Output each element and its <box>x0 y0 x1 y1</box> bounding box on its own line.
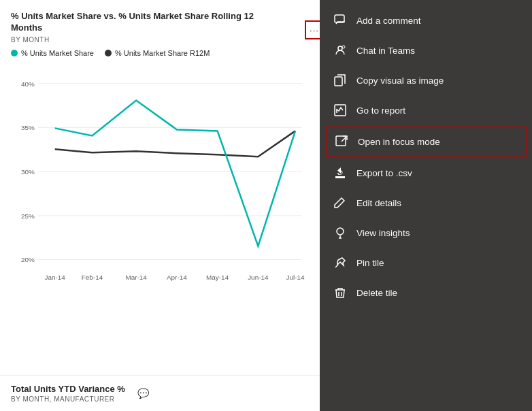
svg-text:Jul-14: Jul-14 <box>286 274 305 281</box>
svg-point-19 <box>342 46 345 48</box>
svg-text:Jan-14: Jan-14 <box>45 274 66 281</box>
chart-subtitle: BY MONTH <box>11 36 309 44</box>
svg-point-23 <box>337 228 344 235</box>
legend-item-2: % Units Market Share R12M <box>105 49 210 57</box>
menu-label-export-csv: Export to .csv <box>356 168 412 178</box>
svg-text:35%: 35% <box>21 124 35 131</box>
menu-label-add-comment: Add a comment <box>356 16 421 26</box>
ellipsis-icon: ··· <box>310 25 319 35</box>
menu-label-open-focus: Open in focus mode <box>358 137 440 147</box>
chat-teams-icon <box>333 44 347 57</box>
menu-item-chat-teams[interactable]: Chat in Teams <box>320 35 532 65</box>
view-insights-icon <box>333 226 347 240</box>
legend-item-1: % Units Market Share <box>11 49 94 57</box>
svg-rect-20 <box>335 77 342 86</box>
chart-container: % Units Market Share vs. % Units Market … <box>0 0 320 411</box>
svg-text:20%: 20% <box>21 256 35 263</box>
menu-label-go-report: Go to report <box>356 105 405 116</box>
menu-item-export-csv[interactable]: Export to .csv <box>320 158 532 188</box>
svg-rect-22 <box>336 136 346 146</box>
copy-visual-icon <box>333 73 347 87</box>
menu-label-pin-tile: Pin tile <box>356 258 384 268</box>
go-report-icon <box>333 103 347 117</box>
menu-item-open-focus[interactable]: Open in focus mode <box>325 127 527 157</box>
menu-label-chat-teams: Chat in Teams <box>356 46 415 56</box>
menu-item-delete-tile[interactable]: Delete tile <box>320 278 532 308</box>
menu-item-pin-tile[interactable]: Pin tile <box>320 248 532 278</box>
svg-text:Feb-14: Feb-14 <box>82 274 103 281</box>
svg-text:25%: 25% <box>21 212 35 220</box>
svg-text:Apr-14: Apr-14 <box>167 274 187 281</box>
context-menu: Add a comment Chat in Teams Copy visual … <box>320 0 532 411</box>
svg-text:Jun-14: Jun-14 <box>248 274 269 281</box>
bottom-subtitle: BY MONTH, MANUFACTURER <box>11 395 125 403</box>
legend-label-1: % Units Market Share <box>21 49 94 57</box>
comment-icon[interactable]: 💬 <box>137 388 149 399</box>
menu-item-add-comment[interactable]: Add a comment <box>320 5 532 35</box>
svg-text:40%: 40% <box>21 80 35 87</box>
svg-text:Mar-14: Mar-14 <box>125 274 147 281</box>
menu-item-go-report[interactable]: Go to report <box>320 95 532 125</box>
edit-details-icon <box>333 196 347 210</box>
legend-label-2: % Units Market Share R12M <box>115 49 210 57</box>
open-focus-icon <box>335 135 348 148</box>
chart-area: 40% 35% 30% 25% 20% Jan-14 Feb-14 Mar-14… <box>11 63 309 314</box>
legend-dot-dark <box>105 50 112 56</box>
chart-title: % Units Market Share vs. % Units Market … <box>11 11 309 34</box>
delete-tile-icon <box>333 286 347 299</box>
menu-label-view-insights: View insights <box>356 228 410 238</box>
chart-legend: % Units Market Share % Units Market Shar… <box>11 49 309 57</box>
add-comment-icon <box>333 14 347 27</box>
bottom-section: Total Units YTD Variance % BY MONTH, MAN… <box>0 375 320 411</box>
menu-label-delete-tile: Delete tile <box>356 288 397 298</box>
svg-text:30%: 30% <box>21 168 35 176</box>
legend-dot-teal <box>11 50 18 56</box>
svg-point-18 <box>338 46 342 50</box>
menu-label-edit-details: Edit details <box>356 198 401 208</box>
menu-label-copy-visual: Copy visual as image <box>356 76 444 86</box>
menu-item-view-insights[interactable]: View insights <box>320 218 532 248</box>
menu-item-copy-visual[interactable]: Copy visual as image <box>320 65 532 95</box>
bottom-title: Total Units YTD Variance % <box>11 384 125 394</box>
svg-text:May-14: May-14 <box>206 274 229 281</box>
export-csv-icon <box>333 166 347 180</box>
pin-tile-icon <box>333 256 347 269</box>
menu-item-edit-details[interactable]: Edit details <box>320 188 532 218</box>
